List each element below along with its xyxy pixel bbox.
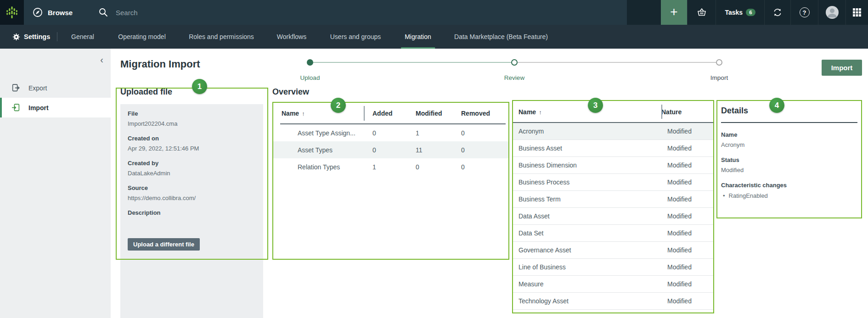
table-row[interactable]: Business Dimension Modified xyxy=(512,157,714,174)
column-header-removed[interactable]: Removed xyxy=(461,110,509,117)
step-label-upload: Upload xyxy=(300,74,320,81)
uploaded-file-heading: Uploaded file xyxy=(120,87,172,97)
field-label: Name xyxy=(721,131,857,138)
table-row[interactable]: Governance Asset Modified xyxy=(512,242,714,259)
sort-asc-icon: ↑ xyxy=(539,109,542,116)
user-menu-button[interactable] xyxy=(818,0,845,25)
uploaded-file-panel: File Import202204.cma Created on Apr 29,… xyxy=(120,104,263,318)
header-underline xyxy=(280,123,506,124)
types-table: Name↑ Nature Acronym Modified Business A… xyxy=(512,100,714,310)
tab-workflows[interactable]: Workflows xyxy=(277,25,306,49)
browse-button[interactable]: Browse xyxy=(32,0,73,25)
upload-different-file-button[interactable]: Upload a different file xyxy=(128,238,200,251)
details-heading: Details xyxy=(721,106,857,116)
field-value: Import202204.cma xyxy=(128,120,256,127)
table-row[interactable]: Business Process Modified xyxy=(512,174,714,191)
overview-heading: Overview xyxy=(272,87,309,97)
create-button[interactable]: + xyxy=(661,0,687,25)
tasks-button[interactable]: Tasks 6 xyxy=(716,0,764,25)
header-divider xyxy=(364,106,365,121)
search-icon xyxy=(98,7,108,17)
data-basket-button[interactable] xyxy=(687,0,716,25)
help-button[interactable]: ? xyxy=(790,0,818,25)
field-value: Apr 29, 2022, 12:51:46 PM xyxy=(128,145,256,152)
browse-label: Browse xyxy=(48,9,73,17)
tab-roles-and-permissions[interactable]: Roles and permissions xyxy=(189,25,254,49)
step-node-upload xyxy=(307,59,313,66)
table-row[interactable]: Measure Modified xyxy=(512,276,714,293)
search-input[interactable] xyxy=(116,9,566,17)
column-header-nature[interactable]: Nature xyxy=(661,108,714,116)
overview-table: Name↑ Added Modified Removed Asset Type … xyxy=(272,102,509,175)
settings-nav-bar: Settings General Operating model Roles a… xyxy=(0,25,868,49)
basket-icon xyxy=(696,7,707,18)
callout-badge-1: 1 xyxy=(192,79,207,94)
step-node-import xyxy=(716,59,722,66)
collibra-logo-icon xyxy=(5,5,19,20)
table-row[interactable]: Business Term Modified xyxy=(512,191,714,208)
column-header-name[interactable]: Name↑ xyxy=(519,108,661,116)
gear-icon xyxy=(12,33,20,41)
field-label: Created on xyxy=(128,135,256,142)
import-icon xyxy=(11,103,20,112)
step-node-review xyxy=(511,59,518,66)
sidebar-collapse-button[interactable]: ‹ xyxy=(100,55,103,64)
sidebar-item-import[interactable]: Import xyxy=(0,98,111,117)
apps-grid-icon xyxy=(852,8,862,17)
tab-general[interactable]: General xyxy=(71,25,94,49)
table-row[interactable]: Business Asset Modified xyxy=(512,140,714,157)
column-header-added[interactable]: Added xyxy=(372,110,416,117)
sidebar-item-label: Import xyxy=(28,104,49,112)
field-label: File xyxy=(128,110,256,117)
avatar xyxy=(825,6,839,19)
app-window: Browse + xyxy=(0,0,868,318)
tab-operating-model[interactable]: Operating model xyxy=(118,25,166,49)
table-row[interactable]: Asset Types 0 11 0 xyxy=(272,141,509,158)
compass-icon xyxy=(32,7,43,18)
table-row[interactable]: Technology Asset Modified xyxy=(512,293,714,310)
tab-migration[interactable]: Migration xyxy=(405,25,431,49)
sidebar: ‹ Export Import xyxy=(0,49,111,318)
sidebar-item-export[interactable]: Export xyxy=(0,78,111,98)
tab-users-and-groups[interactable]: Users and groups xyxy=(330,25,381,49)
import-button[interactable]: Import xyxy=(822,60,862,76)
stepper-line-active xyxy=(310,62,514,63)
field-label: Created by xyxy=(128,160,256,167)
details-panel: Details Name Acronym Status Modified Cha… xyxy=(716,100,862,199)
table-row[interactable]: Relation Types 1 0 0 xyxy=(272,158,509,175)
bullet-icon: • xyxy=(723,192,725,199)
apps-menu-button[interactable] xyxy=(845,0,868,25)
home-logo-button[interactable] xyxy=(0,0,24,25)
tab-data-marketplace[interactable]: Data Marketplace (Beta Feature) xyxy=(454,25,548,49)
table-row[interactable]: Line of Business Modified xyxy=(512,259,714,276)
field-label: Status xyxy=(721,156,857,163)
column-header-modified[interactable]: Modified xyxy=(416,110,461,117)
settings-label: Settings xyxy=(24,33,50,40)
table-row[interactable]: Asset Type Assign... 0 1 0 xyxy=(272,124,509,141)
field-label: Description xyxy=(128,209,256,216)
sync-icon xyxy=(772,7,783,18)
field-value: Acronym xyxy=(721,141,857,148)
table-row[interactable]: Acronym Modified xyxy=(512,123,714,140)
search-bar xyxy=(98,0,566,25)
top-bar: Browse + xyxy=(0,0,868,25)
table-row[interactable]: Data Asset Modified xyxy=(512,208,714,225)
stepper-line-pending xyxy=(514,62,719,63)
column-header-name[interactable]: Name↑ xyxy=(282,110,372,117)
field-value: DataLakeAdmin xyxy=(128,170,256,177)
tasks-count-badge: 6 xyxy=(746,9,755,16)
field-value: https://demo.collibra.com/ xyxy=(128,195,256,201)
export-icon xyxy=(11,84,20,92)
settings-menu[interactable]: Settings xyxy=(12,25,50,49)
field-label: Source xyxy=(128,184,256,191)
sync-button[interactable] xyxy=(764,0,790,25)
tasks-label: Tasks xyxy=(725,9,743,16)
change-list-item: • RatingEnabled xyxy=(721,192,857,199)
header-divider xyxy=(661,105,662,119)
header-underline xyxy=(512,122,714,123)
types-table-header: Name↑ Nature xyxy=(512,100,714,123)
field-label: Characteristic changes xyxy=(721,182,857,189)
nav-divider xyxy=(57,32,57,41)
overview-table-header: Name↑ Added Modified Removed xyxy=(272,102,509,124)
table-row[interactable]: Data Set Modified xyxy=(512,225,714,242)
